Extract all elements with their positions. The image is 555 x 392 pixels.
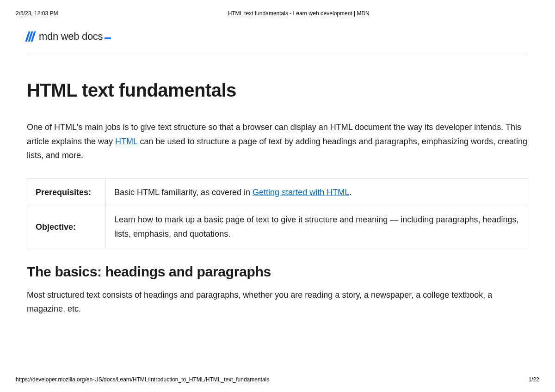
- prerequisites-label: Prerequisites:: [27, 178, 106, 206]
- section-heading: The basics: headings and paragraphs: [27, 264, 528, 280]
- objective-value: Learn how to mark up a basic page of tex…: [106, 206, 528, 248]
- objective-label: Objective:: [27, 206, 106, 248]
- prerequisites-value: Basic HTML familiarity, as covered in Ge…: [106, 178, 528, 206]
- print-doc-title: HTML text fundamentals - Learn web devel…: [228, 10, 370, 17]
- print-timestamp: 2/5/23, 12:03 PM: [16, 10, 58, 17]
- site-logo[interactable]: mdn web docs: [27, 31, 528, 53]
- print-page-number: 1/22: [529, 376, 539, 383]
- intro-paragraph: One of HTML's main jobs is to give text …: [27, 120, 528, 163]
- print-url: https://developer.mozilla.org/en-US/docs…: [16, 376, 269, 383]
- meta-table: Prerequisites: Basic HTML familiarity, a…: [27, 178, 528, 248]
- table-row: Objective: Learn how to mark up a basic …: [27, 206, 528, 248]
- table-row: Prerequisites: Basic HTML familiarity, a…: [27, 178, 528, 206]
- logo-text: mdn web docs: [39, 31, 103, 43]
- prereq-text-after: .: [349, 188, 352, 197]
- prereq-text-before: Basic HTML familiarity, as covered in: [114, 188, 253, 197]
- logo-underscore-icon: [105, 37, 111, 39]
- html-link[interactable]: HTML: [115, 137, 137, 146]
- mdn-logo-icon: [27, 31, 34, 42]
- section-body: Most structured text consists of heading…: [27, 288, 528, 316]
- print-header: 2/5/23, 12:03 PM HTML text fundamentals …: [0, 0, 555, 17]
- page-title: HTML text fundamentals: [27, 80, 528, 101]
- print-footer: https://developer.mozilla.org/en-US/docs…: [16, 376, 539, 383]
- getting-started-link[interactable]: Getting started with HTML: [253, 188, 349, 197]
